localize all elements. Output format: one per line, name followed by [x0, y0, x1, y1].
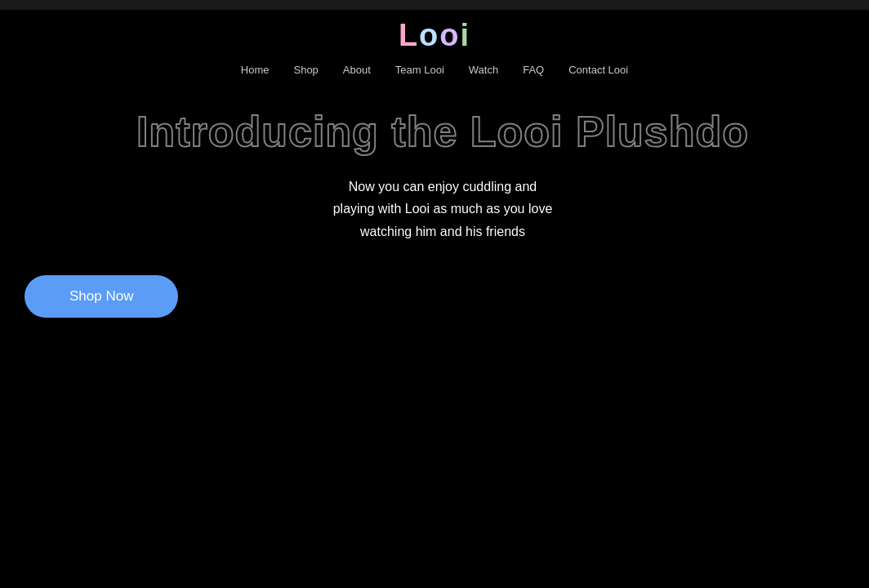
nav-shop[interactable]: Shop	[293, 64, 318, 76]
description-line2: playing with Looi as much as you love	[16, 198, 869, 220]
nav-faq[interactable]: FAQ	[523, 64, 544, 76]
shop-now-button[interactable]: Shop Now	[25, 275, 178, 318]
nav-about[interactable]: About	[343, 64, 371, 76]
nav-home[interactable]: Home	[241, 64, 270, 76]
nav-team-looi[interactable]: Team Looi	[395, 64, 444, 76]
intro-title: Introducing the Looi Plushdo	[16, 109, 869, 155]
logo-letter-o2: o	[439, 18, 460, 52]
description-line1: Now you can enjoy cuddling and	[16, 176, 869, 198]
logo: Looi	[399, 18, 470, 53]
logo-letter-i: i	[461, 18, 471, 52]
logo-letter-l: L	[399, 18, 419, 52]
header: Looi Home Shop About Team Looi Watch FAQ…	[0, 10, 869, 84]
nav-contact-looi[interactable]: Contact Looi	[568, 64, 628, 76]
top-bar	[0, 0, 869, 10]
nav-watch[interactable]: Watch	[469, 64, 498, 76]
description: Now you can enjoy cuddling and playing w…	[16, 176, 869, 243]
logo-letter-o1: o	[419, 18, 439, 52]
main-content: Introducing the Looi Plushdo Now you can…	[0, 84, 869, 318]
description-line3: watching him and his friends	[16, 220, 869, 243]
main-nav: Home Shop About Team Looi Watch FAQ Cont…	[241, 60, 628, 84]
